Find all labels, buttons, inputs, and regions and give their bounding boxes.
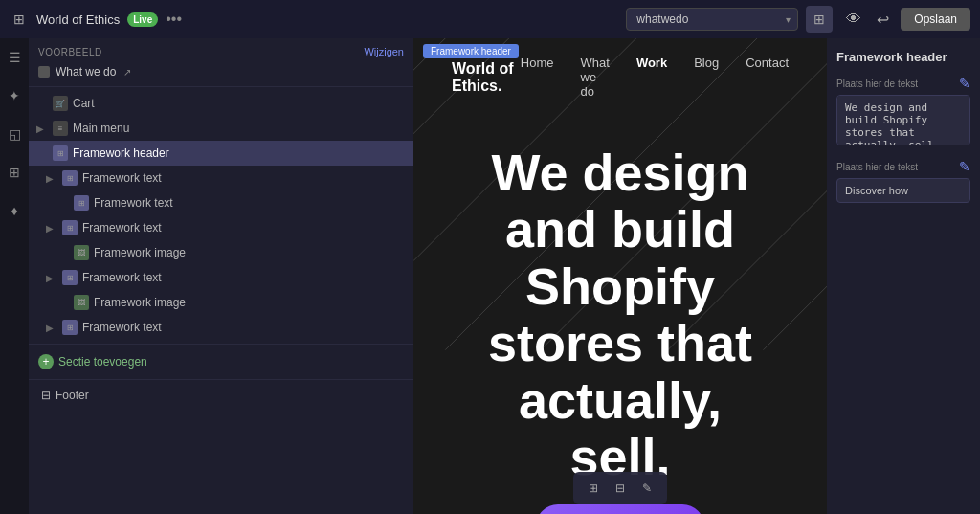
preview-label: What we do bbox=[56, 65, 116, 78]
chevron-main-menu: ▶ bbox=[36, 123, 48, 134]
preview-item[interactable]: What we do ↗ bbox=[29, 61, 413, 82]
footer-icon: ⊟ bbox=[41, 389, 51, 402]
sidebar-content: VOORBEELD Wijzigen What we do ↗ 🛒 Cart ▶… bbox=[29, 38, 413, 514]
opslaan-button[interactable]: Opslaan bbox=[901, 8, 970, 31]
live-badge: Live bbox=[127, 12, 158, 27]
eye-icon[interactable]: 👁 bbox=[842, 7, 865, 32]
fw-text-1-icon: ⊞ bbox=[62, 170, 78, 186]
undo-icon[interactable]: ↩ bbox=[873, 7, 893, 33]
sidebar-item-fw-text-3[interactable]: ▶ ⊞ Framework text bbox=[29, 215, 413, 240]
sidebar-label-framework-header: Framework header bbox=[73, 146, 169, 160]
sidebar-section-label: VOORBEELD bbox=[38, 47, 102, 57]
fw-image-2-icon: 🖼 bbox=[74, 295, 89, 310]
sidebar-label-main-menu: Main menu bbox=[73, 122, 129, 135]
panel-field-label-1: Plaats hier de tekst ✎ bbox=[836, 76, 970, 91]
topbar-right: 👁 ↩ Opslaan bbox=[842, 7, 970, 33]
main-area: ☰ ✦ ◱ ⊞ ♦ VOORBEELD Wijzigen What we do … bbox=[0, 38, 980, 514]
sidebar-item-cart[interactable]: 🛒 Cart bbox=[29, 91, 413, 116]
sidebar-label-fw-text-2: Framework text bbox=[94, 196, 173, 210]
preview-dot bbox=[38, 66, 50, 78]
add-circle-icon: + bbox=[38, 354, 54, 369]
sidebar-divider-2 bbox=[29, 344, 413, 345]
panel-field-input-2[interactable] bbox=[836, 178, 970, 203]
canvas-tool-minus[interactable]: ⊟ bbox=[608, 476, 633, 501]
sidebar-label-fw-image-1: Framework image bbox=[94, 246, 186, 259]
hero-heading: We design and build Shopify stores that … bbox=[471, 145, 769, 485]
nav-link-contact[interactable]: Contact bbox=[746, 56, 789, 99]
canvas-area: Framework header World of Ethics. Ho bbox=[413, 38, 827, 514]
fw-text-3-icon: ⊞ bbox=[62, 220, 78, 235]
chevron-fw-text-5: ▶ bbox=[46, 323, 57, 333]
sidebar-item-fw-image-2[interactable]: 🖼 Framework image bbox=[29, 290, 413, 315]
canvas-toolbar: ⊞ ⊟ ✎ bbox=[573, 472, 667, 504]
sidebar-label-fw-image-2: Framework image bbox=[94, 296, 186, 309]
website-logo: World of Ethics. bbox=[452, 60, 521, 95]
fw-text-4-icon: ⊞ bbox=[62, 270, 78, 285]
panel-field-edit-icon-2[interactable]: ✎ bbox=[959, 159, 970, 174]
nav-link-home[interactable]: Home bbox=[521, 56, 554, 99]
fw-text-5-icon: ⊞ bbox=[62, 320, 78, 335]
topbar-center: ▾ ⊞ bbox=[626, 6, 833, 33]
sidebar-item-fw-image-1[interactable]: 🖼 Framework image bbox=[29, 240, 413, 265]
sidebar-item-framework-header[interactable]: ⊞ Framework header bbox=[29, 141, 413, 166]
grid-icon: ⊞ bbox=[10, 10, 29, 29]
sidebar-label-cart: Cart bbox=[73, 97, 95, 110]
canvas-content: World of Ethics. Home What we do Work Bl… bbox=[413, 38, 827, 514]
main-menu-icon: ≡ bbox=[53, 121, 68, 136]
website-nav-links: Home What we do Work Blog Contact bbox=[521, 56, 789, 99]
nav-link-whatwedo[interactable]: What we do bbox=[581, 56, 610, 99]
panel-title: Framework header bbox=[836, 50, 970, 64]
website-hero: We design and build Shopify stores that … bbox=[413, 116, 827, 514]
sidebar-wrap: ☰ ✦ ◱ ⊞ ♦ VOORBEELD Wijzigen What we do … bbox=[0, 38, 413, 514]
more-options-icon[interactable]: ••• bbox=[166, 11, 182, 28]
cart-icon: 🛒 bbox=[53, 96, 68, 111]
canvas-tool-grid[interactable]: ⊞ bbox=[581, 476, 606, 501]
discover-button[interactable]: Discover how bbox=[536, 504, 704, 514]
panel-field-2: Plaats hier de tekst ✎ bbox=[836, 159, 970, 203]
sidebar-divider-1 bbox=[29, 86, 413, 87]
sidebar-label-fw-text-3: Framework text bbox=[82, 221, 162, 235]
panel-field-label-text-1: Plaats hier de tekst bbox=[836, 78, 918, 89]
chevron-fw-text-1: ▶ bbox=[46, 173, 57, 184]
nav-link-work[interactable]: Work bbox=[636, 56, 667, 99]
sidebar-item-fw-text-1[interactable]: ▶ ⊞ Framework text bbox=[29, 166, 413, 190]
url-input[interactable] bbox=[626, 8, 798, 31]
device-toggle-icon[interactable]: ⊞ bbox=[806, 6, 833, 33]
add-section-button[interactable]: + Sectie toevoegen bbox=[29, 348, 413, 375]
sidebar-icon-col: ☰ ✦ ◱ ⊞ ♦ bbox=[0, 38, 29, 514]
nav-link-blog[interactable]: Blog bbox=[694, 56, 719, 99]
chevron-fw-text-4: ▶ bbox=[46, 273, 57, 283]
panel-field-edit-icon-1[interactable]: ✎ bbox=[959, 76, 970, 91]
url-bar-wrapper: ▾ bbox=[626, 8, 798, 31]
framework-header-icon: ⊞ bbox=[53, 145, 68, 161]
layout-icon[interactable]: ◱ bbox=[3, 123, 26, 145]
panel-field-label-2: Plaats hier de tekst ✎ bbox=[836, 159, 970, 174]
sidebar-label-footer: Footer bbox=[56, 389, 89, 402]
right-panel: Framework header Plaats hier de tekst ✎ … bbox=[827, 38, 980, 514]
sidebar-item-main-menu[interactable]: ▶ ≡ Main menu bbox=[29, 116, 413, 141]
fw-image-1-icon: 🖼 bbox=[74, 245, 89, 260]
frame-label: Framework header bbox=[423, 44, 519, 58]
sidebar-item-fw-text-2[interactable]: ⊞ Framework text bbox=[29, 190, 413, 215]
wijzigen-link[interactable]: Wijzigen bbox=[364, 46, 404, 57]
sidebar-label-fw-text-4: Framework text bbox=[82, 271, 162, 284]
sidebar-section-header: VOORBEELD Wijzigen bbox=[29, 38, 413, 61]
canvas-tool-edit[interactable]: ✎ bbox=[635, 476, 659, 501]
grid-icon2[interactable]: ⊞ bbox=[3, 161, 26, 184]
app-title: World of Ethics bbox=[36, 12, 120, 27]
external-link-icon: ↗ bbox=[123, 67, 131, 78]
sidebar-item-footer[interactable]: ⊟ Footer bbox=[29, 384, 413, 407]
panel-field-1: Plaats hier de tekst ✎ We design and bui… bbox=[836, 76, 970, 149]
panel-field-label-text-2: Plaats hier de tekst bbox=[836, 162, 918, 172]
sidebar-item-fw-text-5[interactable]: ▶ ⊞ Framework text bbox=[29, 315, 413, 340]
sidebar-divider-3 bbox=[29, 379, 413, 380]
diamond-icon[interactable]: ♦ bbox=[3, 199, 26, 222]
sidebar-item-fw-text-4[interactable]: ▶ ⊞ Framework text bbox=[29, 265, 413, 290]
star-icon[interactable]: ✦ bbox=[3, 84, 26, 107]
sidebar-label-fw-text-1: Framework text bbox=[82, 171, 162, 185]
topbar: ⊞ World of Ethics Live ••• ▾ ⊞ 👁 ↩ Opsla… bbox=[0, 0, 980, 38]
add-section-label: Sectie toevoegen bbox=[58, 355, 147, 369]
panel-field-textarea-1[interactable]: We design and build Shopify stores that … bbox=[836, 95, 970, 145]
fw-text-2-icon: ⊞ bbox=[74, 195, 89, 211]
menu-icon[interactable]: ☰ bbox=[3, 46, 26, 69]
